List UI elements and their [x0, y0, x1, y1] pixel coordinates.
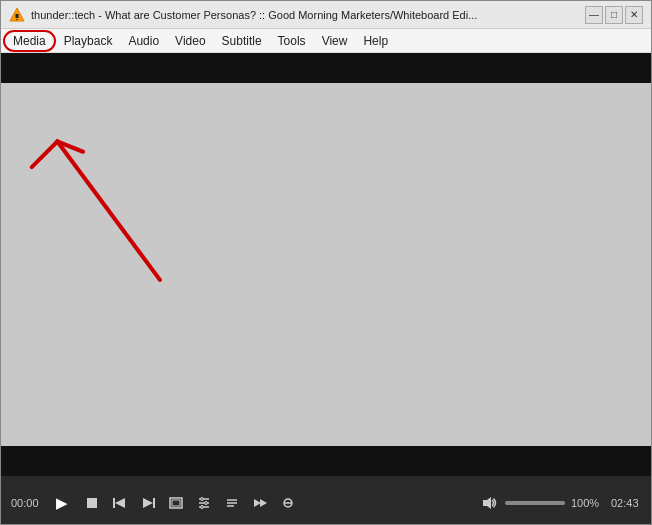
menu-view[interactable]: View — [314, 30, 356, 52]
svg-rect-12 — [172, 500, 180, 506]
restore-button[interactable]: □ — [605, 6, 623, 24]
menu-bar: Media Playback Audio Video Subtitle Tool… — [1, 29, 651, 53]
title-bar: thunder::tech - What are Customer Person… — [1, 1, 651, 29]
menu-help[interactable]: Help — [355, 30, 396, 52]
svg-rect-7 — [113, 498, 115, 508]
fullscreen-button[interactable] — [163, 490, 189, 516]
playlist-button[interactable] — [219, 490, 245, 516]
previous-button[interactable] — [107, 490, 133, 516]
frame-step-button[interactable] — [247, 490, 273, 516]
svg-rect-1 — [16, 14, 19, 18]
volume-icon[interactable] — [477, 490, 503, 516]
svg-line-3 — [57, 141, 160, 279]
svg-marker-10 — [143, 498, 153, 508]
svg-point-2 — [16, 18, 18, 20]
svg-marker-23 — [260, 499, 267, 507]
svg-marker-22 — [254, 499, 261, 507]
controls-bar: 00:00 ▶ — [1, 482, 651, 524]
stop-button[interactable] — [79, 490, 105, 516]
play-button[interactable]: ▶ — [47, 488, 77, 518]
window-controls: — □ ✕ — [585, 6, 643, 24]
svg-point-17 — [205, 502, 208, 505]
vlc-window: thunder::tech - What are Customer Person… — [0, 0, 652, 525]
time-current: 00:00 — [7, 497, 45, 509]
video-area[interactable] — [1, 83, 651, 446]
black-bar-top — [1, 53, 651, 83]
menu-audio[interactable]: Audio — [120, 30, 167, 52]
volume-fill — [505, 501, 565, 505]
volume-bar[interactable] — [505, 501, 565, 505]
app-icon — [9, 7, 25, 23]
minimize-button[interactable]: — — [585, 6, 603, 24]
svg-line-5 — [57, 141, 83, 151]
time-total: 02:43 — [607, 497, 645, 509]
menu-media[interactable]: Media — [3, 30, 56, 52]
video-content — [1, 83, 651, 446]
close-button[interactable]: ✕ — [625, 6, 643, 24]
menu-subtitle[interactable]: Subtitle — [214, 30, 270, 52]
menu-video[interactable]: Video — [167, 30, 213, 52]
svg-point-18 — [201, 506, 204, 509]
volume-percent: 100% — [567, 497, 605, 509]
svg-point-16 — [201, 498, 204, 501]
window-title: thunder::tech - What are Customer Person… — [31, 9, 585, 21]
timeline-bar[interactable] — [1, 476, 651, 482]
svg-line-4 — [32, 141, 58, 167]
volume-container: 100% — [477, 490, 605, 516]
black-bar-bottom — [1, 446, 651, 476]
menu-playback[interactable]: Playback — [56, 30, 121, 52]
annotation-arrow — [1, 83, 651, 446]
svg-marker-26 — [483, 497, 491, 509]
record-button[interactable] — [275, 490, 301, 516]
next-button[interactable] — [135, 490, 161, 516]
svg-rect-9 — [153, 498, 155, 508]
svg-marker-8 — [115, 498, 125, 508]
extended-settings-button[interactable] — [191, 490, 217, 516]
svg-rect-6 — [87, 498, 97, 508]
menu-tools[interactable]: Tools — [270, 30, 314, 52]
